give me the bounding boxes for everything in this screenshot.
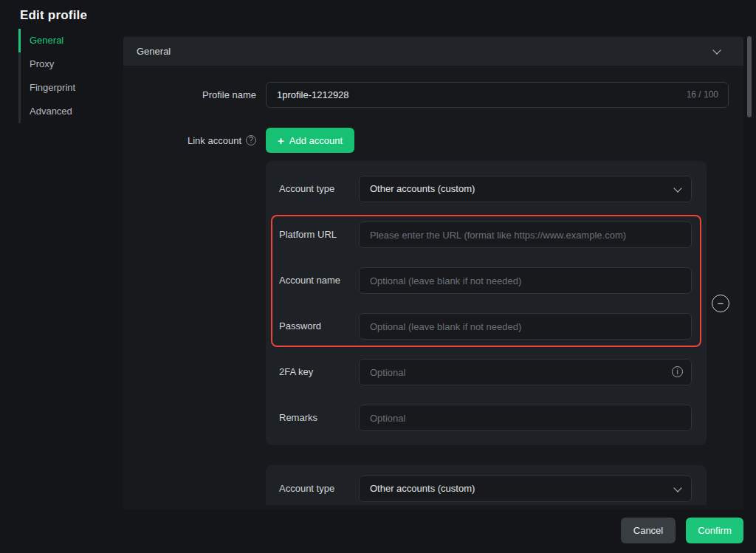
platform-url-field xyxy=(359,221,692,248)
sidebar-item-label: Advanced xyxy=(30,106,72,117)
account-name-row: Account name xyxy=(266,267,707,294)
help-icon[interactable]: ? xyxy=(246,135,256,145)
remarks-input[interactable] xyxy=(359,405,692,431)
account-type-value: Other accounts (custom) xyxy=(370,483,475,494)
sidebar-item-general[interactable]: General xyxy=(18,29,116,52)
platform-url-input[interactable] xyxy=(359,221,692,248)
info-icon[interactable]: i xyxy=(672,366,683,377)
account-card-1: Account type Other accounts (custom) Pla… xyxy=(266,161,707,445)
link-account-label-row: Link account ? xyxy=(123,128,256,153)
account-type-select[interactable]: Other accounts (custom) xyxy=(359,475,692,502)
platform-url-row: Platform URL xyxy=(266,221,707,248)
account-type-label: Account type xyxy=(279,176,334,202)
sidebar-item-label: Fingerprint xyxy=(30,82,75,93)
twofa-row: 2FA key i xyxy=(266,359,707,385)
remarks-row: Remarks xyxy=(266,405,707,431)
password-row: Password xyxy=(266,313,707,340)
platform-url-label: Platform URL xyxy=(279,221,337,248)
section-header-label: General xyxy=(137,37,171,66)
account-type-row: Account type Other accounts (custom) xyxy=(266,475,707,502)
chevron-down-icon xyxy=(673,184,681,192)
account-type-value: Other accounts (custom) xyxy=(370,183,475,194)
sidebar-item-fingerprint[interactable]: Fingerprint xyxy=(18,76,116,100)
sidebar: General Proxy Fingerprint Advanced xyxy=(18,29,116,123)
password-field xyxy=(359,313,692,340)
remarks-label: Remarks xyxy=(279,405,317,431)
password-input[interactable] xyxy=(359,313,692,340)
char-counter: 16 / 100 xyxy=(687,82,718,108)
account-name-label: Account name xyxy=(279,267,340,294)
add-account-button-label: Add account xyxy=(289,135,343,146)
edit-profile-dialog: Edit profile General Proxy Fingerprint A… xyxy=(0,0,756,553)
sidebar-item-proxy[interactable]: Proxy xyxy=(18,52,116,76)
link-account-label: Link account xyxy=(188,135,241,146)
footer: Cancel Confirm xyxy=(0,509,756,553)
confirm-button[interactable]: Confirm xyxy=(686,518,743,543)
sidebar-item-advanced[interactable]: Advanced xyxy=(18,100,116,123)
sidebar-item-label: Proxy xyxy=(30,58,54,69)
remarks-field xyxy=(359,405,692,431)
profile-name-input[interactable] xyxy=(266,82,729,108)
twofa-field: i xyxy=(359,359,692,385)
page-title: Edit profile xyxy=(20,8,87,23)
remove-account-button[interactable]: − xyxy=(712,295,729,312)
twofa-input[interactable] xyxy=(359,359,692,385)
sidebar-item-label: General xyxy=(30,35,63,46)
plus-icon: + xyxy=(278,135,284,146)
account-name-input[interactable] xyxy=(359,267,692,294)
account-type-label: Account type xyxy=(279,475,334,502)
password-label: Password xyxy=(279,313,321,340)
account-name-field xyxy=(359,267,692,294)
chevron-down-icon[interactable] xyxy=(712,46,721,54)
account-type-row: Account type Other accounts (custom) xyxy=(266,176,707,202)
account-type-select[interactable]: Other accounts (custom) xyxy=(359,176,692,202)
twofa-label: 2FA key xyxy=(279,359,313,385)
scrollbar-thumb[interactable] xyxy=(747,36,752,117)
profile-name-label: Profile name xyxy=(123,82,256,108)
add-account-button[interactable]: + Add account xyxy=(266,128,354,153)
account-card-2: Account type Other accounts (custom) xyxy=(266,465,707,505)
cancel-button[interactable]: Cancel xyxy=(621,518,676,543)
chevron-down-icon xyxy=(673,484,681,492)
section-header-general[interactable]: General xyxy=(123,37,743,66)
profile-name-field: 16 / 100 xyxy=(266,82,729,108)
